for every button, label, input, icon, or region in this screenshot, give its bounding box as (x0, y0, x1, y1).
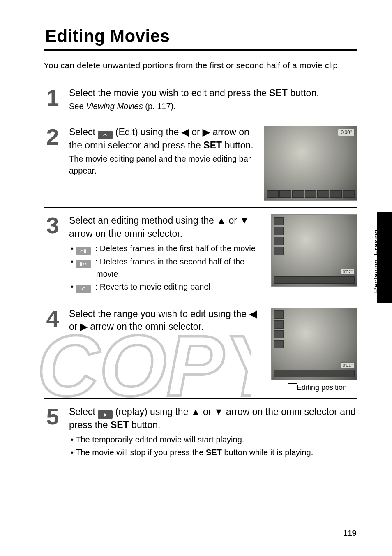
step-5-bullets: The temporarily edited movie will start … (69, 434, 357, 459)
text: The movie will stop if you press the (76, 448, 206, 457)
page-number: 119 (343, 528, 357, 538)
list-item: The movie will stop if you press the SET… (71, 447, 357, 459)
cut-end-icon: ▮✂ (76, 260, 91, 268)
text: button. (222, 140, 254, 151)
step-1-sub: See Viewing Movies (p. 117). (69, 100, 357, 112)
playback-bar (267, 190, 355, 198)
edit-side-panel (274, 310, 284, 348)
text: : Deletes frames in the second half of t… (95, 257, 245, 266)
text: See (69, 102, 86, 111)
callout-editing-position: Editing position (271, 383, 357, 392)
text: : Deletes frames in the first half of th… (95, 244, 256, 253)
text: or (189, 127, 203, 137)
down-arrow-icon: ▼ (240, 215, 249, 226)
divider (44, 119, 357, 119)
up-arrow-icon: ▲ (191, 406, 201, 417)
set-label: SET (203, 140, 222, 151)
edit-side-panel (274, 217, 284, 255)
text: (p. 117). (143, 102, 176, 111)
step-2-row: 2 Select ✂ (Edit) using the ◀ or ▶ arrow… (44, 126, 357, 201)
text: : Reverts to movie editing panel (95, 282, 210, 291)
text: or (201, 406, 214, 417)
divider (44, 207, 357, 208)
time-badge: 0'02" (341, 269, 355, 275)
right-arrow-icon: ▶ (203, 127, 210, 137)
callout-leader-line (288, 383, 297, 384)
callout-label: Editing position (297, 383, 347, 392)
playback-bar (274, 276, 355, 284)
step-number: 4 (44, 308, 62, 333)
set-label: SET (111, 419, 129, 430)
text: Select (69, 406, 98, 417)
divider (44, 398, 357, 399)
step-1-head: Select the movie you wish to edit and pr… (69, 87, 357, 100)
left-arrow-icon: ◀ (182, 127, 189, 137)
replay-icon: ▶ (98, 410, 113, 419)
intro-text: You can delete unwanted portions from th… (44, 59, 357, 72)
time-badge: 0'01" (341, 362, 355, 368)
step-5: 5 Select ▶ (replay) using the ▲ or ▼ arr… (44, 405, 357, 459)
title-rule (44, 49, 357, 51)
step-number: 3 (44, 215, 62, 294)
step-3-head: Select an editing method using the ▲ or … (69, 214, 263, 240)
ref-title: Viewing Movies (86, 102, 143, 111)
step-2-sub: The movie editing panel and the movie ed… (69, 153, 256, 177)
list-item: ▮✂ : Deletes frames in the second half o… (71, 256, 263, 280)
step-3-row: 3 Select an editing method using the ▲ o… (44, 214, 357, 294)
list-item: The temporarily edited movie will start … (71, 434, 357, 446)
down-arrow-icon: ▼ (214, 406, 224, 417)
screenshot-edit-range: 0'01" (271, 308, 357, 380)
text: movie (71, 268, 263, 280)
screenshot-edit-panel: 0'00" (264, 126, 357, 201)
text: button. (288, 88, 319, 98)
text: (Edit) using the (113, 127, 181, 137)
text: Select the movie you wish to edit and pr… (69, 88, 269, 98)
step-2-head: Select ✂ (Edit) using the ◀ or ▶ arrow o… (69, 126, 256, 152)
page: Editing Movies You can delete unwanted p… (0, 0, 392, 556)
up-arrow-icon: ▲ (217, 215, 226, 226)
step-1: 1 Select the movie you wish to edit and … (44, 87, 357, 112)
text: button while it is playing. (222, 448, 313, 457)
undo-icon: ↶ (76, 285, 91, 293)
left-arrow-icon: ◀ (249, 308, 257, 319)
step-number: 5 (44, 406, 62, 459)
text: or (226, 215, 240, 226)
divider (44, 301, 357, 301)
set-label: SET (269, 88, 288, 98)
list-item: ↶ : Reverts to movie editing panel (71, 281, 263, 293)
playback-bar (274, 370, 355, 377)
cut-begin-icon: ✂▮ (76, 247, 91, 255)
step-number: 2 (44, 127, 62, 176)
text: button. (129, 419, 161, 430)
text: arrow on the omni selector. (69, 228, 182, 239)
text: Select (69, 127, 98, 137)
callout-leader-line (288, 373, 288, 383)
step-2: 2 Select ✂ (Edit) using the ◀ or ▶ arrow… (44, 126, 256, 176)
text: Select an editing method using the (69, 215, 217, 226)
edit-icon: ✂ (98, 131, 113, 139)
screenshot-edit-method: 0'02" (271, 214, 357, 287)
text: Select the range you wish to edit using … (69, 308, 249, 319)
right-arrow-icon: ▶ (80, 321, 88, 332)
set-label: SET (206, 448, 222, 457)
step-4: 4 Select the range you wish to edit usin… (44, 308, 263, 333)
text: (replay) using the (113, 406, 191, 417)
text: arrow on the omni selector. (88, 321, 204, 332)
step-3-bullets: ✂▮ : Deletes frames in the first half of… (69, 243, 263, 293)
step-5-head: Select ▶ (replay) using the ▲ or ▼ arrow… (69, 405, 357, 431)
section-label: Replaying, Erasing (372, 229, 381, 293)
text: or (69, 321, 80, 332)
text: The temporarily edited movie will start … (76, 435, 244, 444)
step-number: 1 (44, 88, 62, 112)
step-3: 3 Select an editing method using the ▲ o… (44, 214, 263, 294)
time-badge: 0'00" (338, 129, 355, 136)
divider (44, 81, 357, 81)
list-item: ✂▮ : Deletes frames in the first half of… (71, 243, 263, 255)
step-4-row: 4 Select the range you wish to edit usin… (44, 308, 357, 392)
page-title: Editing Movies (45, 26, 357, 46)
step-4-head: Select the range you wish to edit using … (69, 308, 263, 333)
